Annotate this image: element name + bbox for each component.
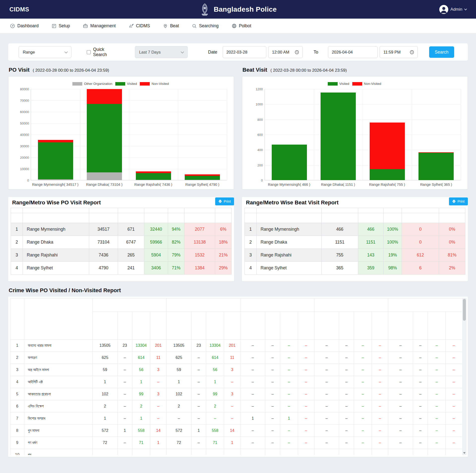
crime-header-sub xyxy=(280,312,298,340)
po-report-print-button[interactable]: Print xyxy=(215,197,234,205)
range-select[interactable]: Range xyxy=(19,46,71,58)
vertical-scrollbar[interactable] xyxy=(462,298,466,455)
bar-group xyxy=(178,89,227,180)
table-cell: 4790 xyxy=(89,262,118,275)
crime-value-cell: – xyxy=(339,364,354,376)
crime-value-cell: – xyxy=(265,425,280,437)
period-select[interactable]: Last 7 Days xyxy=(135,46,188,58)
printer-icon xyxy=(452,200,456,203)
table-row: 1Range Mymensingh345176713244094%20776% xyxy=(11,223,232,236)
bar-group xyxy=(363,89,412,180)
map-pin-icon xyxy=(163,23,168,29)
crime-header-sub xyxy=(206,312,224,340)
crime-value-cell: – xyxy=(339,437,354,449)
crime-value-cell: – xyxy=(280,376,298,388)
crime-value-cell: – xyxy=(428,376,446,388)
menu-item-setup[interactable]: Setup xyxy=(52,23,70,29)
bar-group xyxy=(265,89,314,180)
po-chart-title: PO Visit xyxy=(9,67,30,73)
to-time-input[interactable]: 11:59 PM xyxy=(380,46,417,58)
table-cell: 3406 xyxy=(144,262,168,275)
crime-header-sub xyxy=(150,312,167,340)
crime-value-cell: – xyxy=(240,425,265,437)
table-cell: Range Sylhet xyxy=(257,262,322,275)
beat-chart-title: Beat Visit xyxy=(242,67,267,73)
crime-value-cell: – xyxy=(372,388,388,400)
y-tick-label: 10000 xyxy=(14,167,29,171)
bar-group xyxy=(412,89,461,180)
crime-value-cell: – xyxy=(240,437,265,449)
menu-item-dashboard[interactable]: Dashboard xyxy=(10,23,39,29)
crime-value-cell: – xyxy=(413,437,428,449)
crime-header-sub xyxy=(191,312,206,340)
table-cell: 4 xyxy=(245,262,257,275)
search-button[interactable]: Search xyxy=(429,46,454,58)
crime-table-row: 10গুম xyxy=(10,449,462,455)
table-cell: 755 xyxy=(322,249,358,262)
crime-value-cell: – xyxy=(265,352,280,364)
y-tick-label: 70000 xyxy=(14,99,29,102)
table-row: 1Range Mymensingh466466100%00% xyxy=(245,223,465,236)
crime-value-cell: – xyxy=(191,352,206,364)
crime-value-cell: 2 xyxy=(167,400,191,412)
quick-search-checkbox[interactable] xyxy=(87,50,90,54)
scrollbar-thumb[interactable] xyxy=(463,299,466,321)
crime-value-cell: – xyxy=(372,376,388,388)
bar-segment-other-organization xyxy=(136,180,171,180)
to-date-input[interactable] xyxy=(328,46,378,58)
crime-value-cell: – xyxy=(118,437,132,449)
crime-value-cell xyxy=(191,449,206,455)
menu-item-polbot[interactable]: Polbot xyxy=(232,23,251,29)
crime-value-cell: – xyxy=(372,400,388,412)
crime-value-cell: – xyxy=(446,376,462,388)
menu-item-searching[interactable]: Searching xyxy=(192,23,219,29)
menu-item-beat[interactable]: Beat xyxy=(163,23,179,29)
beat-chart-daterange: ( 2022-03-28 00:00 to 2026-04-04 23:59) xyxy=(270,68,347,73)
crime-value-cell xyxy=(446,449,462,455)
crime-value-cell: – xyxy=(280,437,298,449)
crime-value-cell: 2 xyxy=(93,400,118,412)
beat-visit-report-card: Range/Metro Wise Beat Visit Report Print… xyxy=(242,197,468,281)
beat-report-print-button[interactable]: Print xyxy=(449,197,468,205)
crime-value-cell: – xyxy=(354,412,372,425)
stacked-bar xyxy=(38,140,73,180)
crime-value-cell: – xyxy=(388,425,413,437)
crime-value-cell: – xyxy=(354,437,372,449)
from-date-input[interactable] xyxy=(223,46,266,58)
table-cell: 2 xyxy=(245,236,257,249)
crime-value-cell: – xyxy=(372,340,388,352)
table-row: 3Range Rajshahi75514319%61281% xyxy=(245,249,465,262)
y-tick-label: 800 xyxy=(247,118,263,121)
crime-value-cell: 3 xyxy=(150,364,167,376)
beat-report-title: Range/Metro Wise Beat Visit Report xyxy=(244,197,465,208)
bar-group xyxy=(314,89,363,180)
table-cell: 359 xyxy=(358,262,384,275)
brand-logo[interactable]: CIDMS xyxy=(9,6,29,13)
legend-item: Non-Visited xyxy=(140,82,169,86)
crime-value-cell: – xyxy=(240,388,265,400)
scrollbar-down-arrow[interactable] xyxy=(463,452,466,454)
quick-search-toggle[interactable]: Quick Search xyxy=(87,47,117,57)
crime-value-cell xyxy=(354,449,372,455)
user-menu[interactable]: Admin xyxy=(439,5,467,14)
crime-value-cell xyxy=(224,449,240,455)
table-cell: 2% xyxy=(439,262,465,275)
menu-item-management[interactable]: Management xyxy=(83,23,116,29)
crime-value-cell: – xyxy=(118,400,132,412)
table-cell: 6 xyxy=(402,262,439,275)
crime-name-cell: অন্যান্য ধারার মামলা xyxy=(24,340,93,352)
crime-value-cell: – xyxy=(265,388,280,400)
stacked-bar xyxy=(321,93,356,180)
po-chart-plot: 0100002000030000400005000060000700008000… xyxy=(31,89,227,180)
crime-value-cell: 1 xyxy=(93,412,118,425)
crime-sl-cell: 10 xyxy=(10,449,24,455)
crime-sl-cell: 8 xyxy=(10,425,24,437)
crime-header-sub xyxy=(118,312,132,340)
from-time-input[interactable]: 12:00 AM xyxy=(268,46,303,58)
x-axis-category-label: Range Dhaka( 1151 ) xyxy=(314,183,363,187)
crime-value-cell: 201 xyxy=(224,340,240,352)
menu-item-cidms[interactable]: CIDMS xyxy=(129,23,150,29)
gridline xyxy=(461,89,461,180)
crime-sl-cell: 4 xyxy=(10,376,24,388)
crime-value-cell: – xyxy=(413,376,428,388)
